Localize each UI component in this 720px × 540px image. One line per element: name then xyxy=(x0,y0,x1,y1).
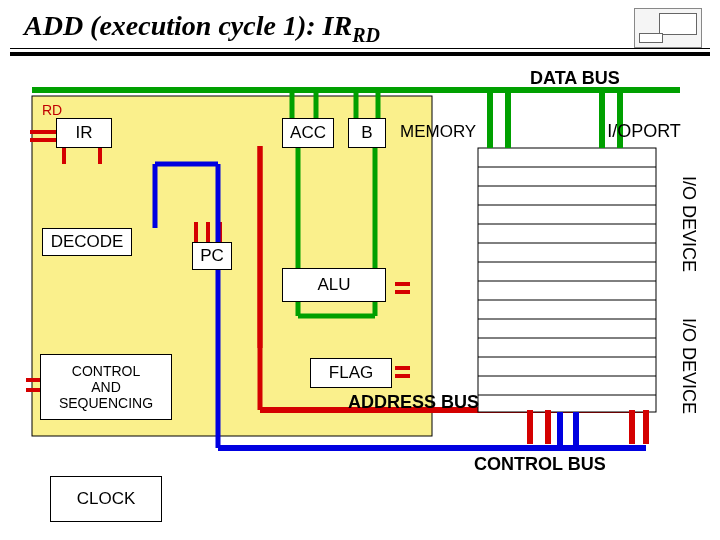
pc-box: PC xyxy=(192,242,232,270)
control-line-3: SEQUENCING xyxy=(59,395,153,411)
io-device-1-label: I/O DEVICE xyxy=(678,176,699,272)
io-port-line-2: PORT xyxy=(631,122,681,142)
acc-box: ACC xyxy=(282,118,334,148)
control-sequencing-box: CONTROL AND SEQUENCING xyxy=(40,354,172,420)
io-device-2-label: I/O DEVICE xyxy=(678,318,699,414)
clock-box: CLOCK xyxy=(50,476,162,522)
io-port-line-1: I/O xyxy=(607,122,631,142)
io-port-label: I/O PORT xyxy=(604,112,684,152)
ir-box: IR xyxy=(56,118,112,148)
diagram-stage: ADD (execution cycle 1): IRRD xyxy=(0,0,720,540)
data-bus-label: DATA BUS xyxy=(530,68,620,89)
alu-box: ALU xyxy=(282,268,386,302)
control-bus-label: CONTROL BUS xyxy=(474,454,606,475)
svg-rect-32 xyxy=(478,148,656,412)
rd-annotation: RD xyxy=(42,102,62,118)
address-bus-label: ADDRESS BUS xyxy=(348,392,479,413)
flag-box: FLAG xyxy=(310,358,392,388)
control-line-1: CONTROL xyxy=(72,363,140,379)
control-line-2: AND xyxy=(91,379,121,395)
decode-box: DECODE xyxy=(42,228,132,256)
b-box: B xyxy=(348,118,386,148)
memory-label: MEMORY xyxy=(394,118,520,146)
memory-stack xyxy=(478,148,656,412)
